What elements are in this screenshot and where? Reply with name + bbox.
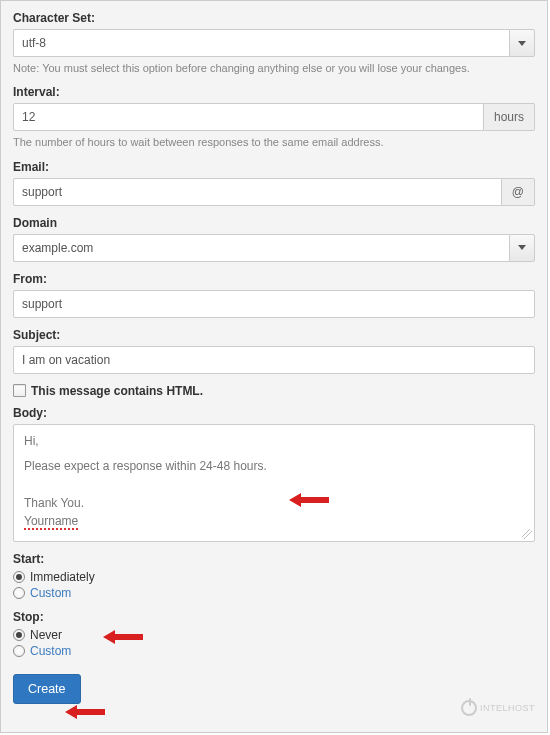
domain-group: Domain example.com: [13, 216, 535, 262]
radio-icon[interactable]: [13, 645, 25, 657]
watermark-text: INTELHOST: [480, 703, 535, 713]
html-checkbox-label: This message contains HTML.: [31, 384, 203, 398]
interval-input[interactable]: [13, 103, 484, 131]
interval-help: The number of hours to wait between resp…: [13, 135, 535, 149]
charset-dropdown-button[interactable]: [509, 29, 535, 57]
charset-value: utf-8: [13, 29, 509, 57]
radio-icon[interactable]: [13, 571, 25, 583]
domain-label: Domain: [13, 216, 535, 230]
interval-label: Interval:: [13, 85, 535, 99]
charset-help: Note: You must select this option before…: [13, 61, 535, 75]
email-input-wrap: @: [13, 178, 535, 206]
email-group: Email: @: [13, 160, 535, 206]
chevron-down-icon: [518, 245, 526, 250]
stop-group: Stop: Never Custom: [13, 610, 535, 658]
domain-value: example.com: [13, 234, 509, 262]
radio-icon[interactable]: [13, 629, 25, 641]
subject-label: Subject:: [13, 328, 535, 342]
from-label: From:: [13, 272, 535, 286]
annotation-arrow-icon: [65, 703, 105, 724]
domain-select[interactable]: example.com: [13, 234, 535, 262]
form-panel: Character Set: utf-8 Note: You must sele…: [0, 0, 548, 733]
watermark: INTELHOST: [461, 700, 535, 716]
stop-label: Stop:: [13, 610, 535, 624]
start-option-immediately[interactable]: Immediately: [13, 570, 535, 584]
radio-label: Never: [30, 628, 62, 642]
subject-input[interactable]: [13, 346, 535, 374]
body-line: Yourname: [24, 513, 524, 530]
email-label: Email:: [13, 160, 535, 174]
stop-option-never[interactable]: Never: [13, 628, 535, 642]
create-button[interactable]: Create: [13, 674, 81, 704]
chevron-down-icon: [518, 41, 526, 46]
body-group: Body: Hi, Please expect a response withi…: [13, 406, 535, 542]
email-addon: @: [502, 178, 535, 206]
charset-select[interactable]: utf-8: [13, 29, 535, 57]
body-textarea[interactable]: Hi, Please expect a response within 24-4…: [13, 424, 535, 542]
interval-input-wrap: hours: [13, 103, 535, 131]
start-group: Start: Immediately Custom: [13, 552, 535, 600]
interval-group: Interval: hours The number of hours to w…: [13, 85, 535, 149]
from-group: From:: [13, 272, 535, 318]
charset-label: Character Set:: [13, 11, 535, 25]
domain-dropdown-button[interactable]: [509, 234, 535, 262]
radio-label: Immediately: [30, 570, 95, 584]
html-checkbox[interactable]: [13, 384, 26, 397]
svg-marker-2: [65, 705, 105, 719]
charset-group: Character Set: utf-8 Note: You must sele…: [13, 11, 535, 75]
html-checkbox-line[interactable]: This message contains HTML.: [13, 384, 535, 398]
stop-option-custom[interactable]: Custom: [13, 644, 535, 658]
radio-label: Custom: [30, 644, 71, 658]
start-label: Start:: [13, 552, 535, 566]
from-input[interactable]: [13, 290, 535, 318]
body-line: Please expect a response within 24-48 ho…: [24, 458, 524, 475]
spellcheck-word: Yourname: [24, 515, 78, 530]
stop-radio-group: Never Custom: [13, 628, 535, 658]
radio-icon[interactable]: [13, 587, 25, 599]
radio-label: Custom: [30, 586, 71, 600]
body-label: Body:: [13, 406, 535, 420]
resize-handle-icon[interactable]: [522, 529, 532, 539]
interval-unit: hours: [484, 103, 535, 131]
body-line: Thank You.: [24, 495, 524, 512]
subject-group: Subject:: [13, 328, 535, 374]
start-option-custom[interactable]: Custom: [13, 586, 535, 600]
watermark-icon: [461, 700, 477, 716]
start-radio-group: Immediately Custom: [13, 570, 535, 600]
body-line: Hi,: [24, 433, 524, 450]
email-input[interactable]: [13, 178, 502, 206]
